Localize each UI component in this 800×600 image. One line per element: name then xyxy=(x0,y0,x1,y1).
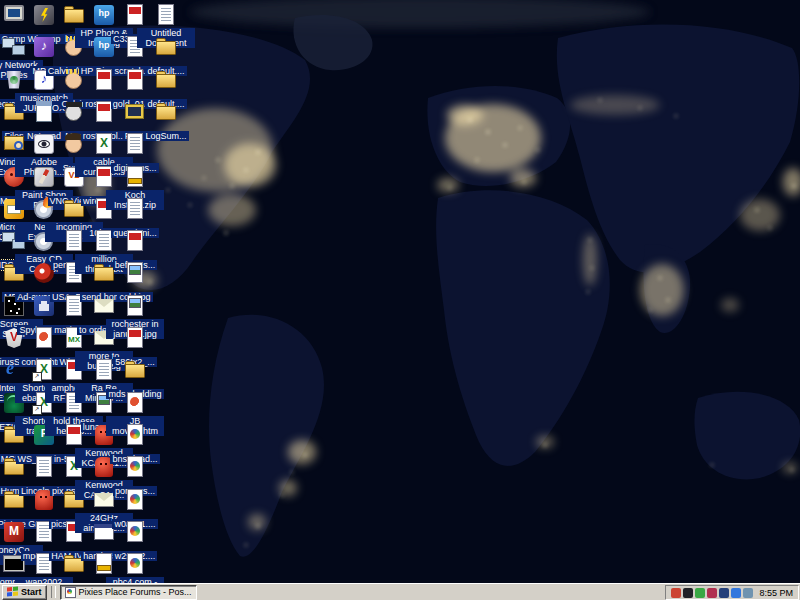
desktop: My ComputerMy Network PlacesRecycle BinF… xyxy=(0,0,800,583)
img-icon xyxy=(122,261,148,285)
pdf-icon xyxy=(122,229,148,253)
htmlpage-icon xyxy=(122,488,148,512)
htmlpage-icon xyxy=(122,455,148,479)
htmlpage-icon xyxy=(122,423,148,447)
taskbar-divider xyxy=(51,586,56,598)
webpage-icon xyxy=(65,587,76,598)
folder-icon xyxy=(153,68,179,92)
img-icon xyxy=(122,294,148,318)
windows-logo-icon xyxy=(7,587,18,598)
htmlpage-icon xyxy=(122,552,148,576)
tray-icon-2[interactable] xyxy=(683,588,693,598)
tray-icon-6[interactable] xyxy=(731,588,741,598)
desktop-icon[interactable]: nbc4.com - Consum... xyxy=(106,552,164,583)
start-label: Start xyxy=(21,587,42,597)
tray-icon-3[interactable] xyxy=(695,588,705,598)
tray-icon-1[interactable] xyxy=(671,588,681,598)
system-tray: 8:55 PM xyxy=(665,585,799,600)
tray-icon-5[interactable] xyxy=(719,588,729,598)
desktop-icon[interactable]: LogSum... xyxy=(137,100,195,143)
tray-icon-7[interactable] xyxy=(743,588,753,598)
taskbar: Start Pixies Place Forums - Pos... 8:55 … xyxy=(0,583,800,600)
folder-icon xyxy=(153,100,179,124)
doc-icon xyxy=(153,3,179,27)
start-button[interactable]: Start xyxy=(2,585,47,600)
doc-icon xyxy=(122,197,148,221)
zip-icon xyxy=(122,165,148,189)
taskbar-clock[interactable]: 8:55 PM xyxy=(759,588,793,598)
folder-icon xyxy=(122,358,148,382)
htmlpage-icon xyxy=(122,520,148,544)
tray-icon-group xyxy=(671,588,753,598)
folder-icon xyxy=(153,35,179,59)
desktop-icon-label: LogSum... xyxy=(143,131,188,141)
desktop-icon-grid: My ComputerMy Network PlacesRecycle BinF… xyxy=(0,0,800,583)
shortcut-arrow-icon xyxy=(32,372,42,382)
desktop-screen: My ComputerMy Network PlacesRecycle BinF… xyxy=(0,0,800,600)
htmldoc-icon xyxy=(122,391,148,415)
task-button-pixies-place[interactable]: Pixies Place Forums - Pos... xyxy=(60,585,197,600)
shortcut-arrow-icon xyxy=(32,405,42,415)
tray-icon-4[interactable] xyxy=(707,588,717,598)
task-button-label: Pixies Place Forums - Pos... xyxy=(79,587,192,597)
pdf-icon xyxy=(122,326,148,350)
